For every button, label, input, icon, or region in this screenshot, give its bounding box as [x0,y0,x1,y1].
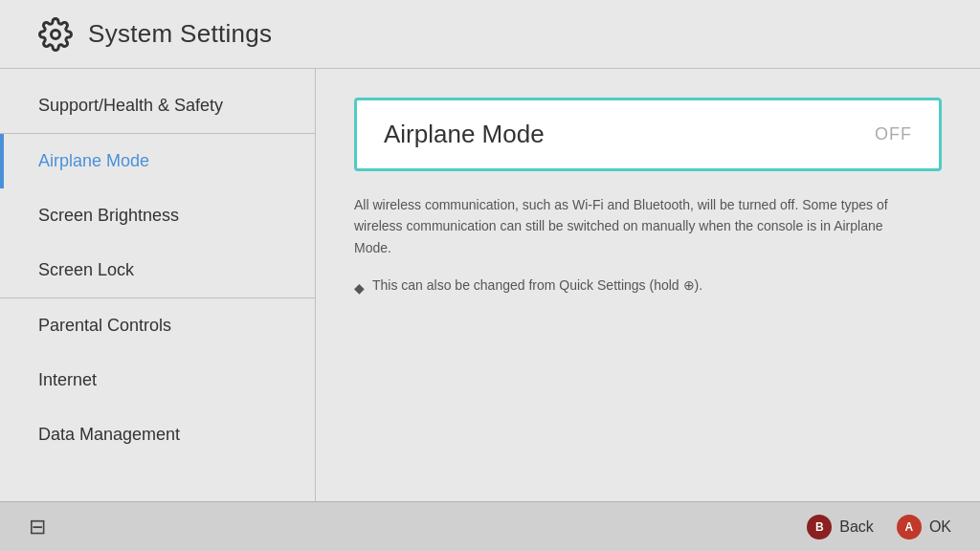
b-button-icon: B [807,515,832,540]
content-area: Airplane Mode OFF All wireless communica… [316,69,980,501]
sidebar-item-brightness[interactable]: Screen Brightness [0,188,315,243]
page-title: System Settings [88,19,272,49]
back-label: Back [839,518,874,536]
switch-icon: ⊟ [29,515,46,540]
airplane-mode-description: All wireless communication, such as Wi-F… [354,194,890,258]
back-button[interactable]: B Back [807,515,874,540]
sidebar-item-airplane[interactable]: Airplane Mode [0,134,315,188]
a-button-icon: A [897,515,922,540]
sidebar-item-parental[interactable]: Parental Controls [0,298,315,353]
gear-icon [38,17,73,52]
footer-buttons: B Back A OK [807,515,951,540]
sidebar: Support/Health & Safety Airplane Mode Sc… [0,69,316,501]
airplane-mode-toggle[interactable]: Airplane Mode OFF [354,98,942,171]
ok-button[interactable]: A OK [897,515,951,540]
svg-point-0 [52,30,60,38]
quick-settings-note: ◆ This can also be changed from Quick Se… [354,277,942,298]
sidebar-item-internet[interactable]: Internet [0,353,315,408]
footer-console-icon: ⊟ [29,515,46,540]
sidebar-item-screenlock[interactable]: Screen Lock [0,243,315,298]
airplane-mode-status: OFF [875,124,912,144]
main-layout: Support/Health & Safety Airplane Mode Sc… [0,69,980,501]
diamond-icon: ◆ [354,277,365,298]
airplane-mode-label: Airplane Mode [384,120,545,149]
sidebar-item-support[interactable]: Support/Health & Safety [0,78,315,134]
sidebar-item-data[interactable]: Data Management [0,408,315,462]
footer: ⊟ B Back A OK [0,501,980,551]
quick-note-text: This can also be changed from Quick Sett… [372,277,702,293]
header: System Settings [0,0,980,69]
ok-label: OK [929,518,951,536]
